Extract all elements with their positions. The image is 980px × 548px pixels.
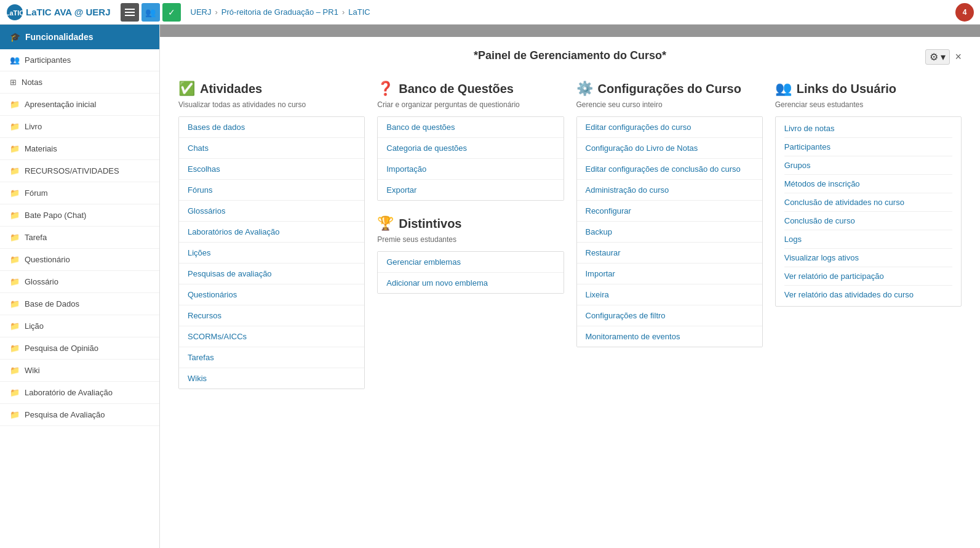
list-item-exportar[interactable]: Exportar (378, 180, 563, 200)
sidebar-label-basedados: Base de Dados (25, 299, 79, 308)
list-item-chats[interactable]: Chats (179, 138, 364, 159)
list-item-recursos[interactable]: Recursos (179, 305, 364, 326)
section-col2: ❓ Banco de Questões Criar e organizar pe… (377, 81, 564, 389)
list-item-config-livro[interactable]: Configuração do Livro de Notas (577, 138, 762, 159)
sidebar-item-questionario[interactable]: 📁 Questionário (0, 249, 159, 271)
topbar-logo[interactable]: LaTIC LaTIC AVA @ UERJ (6, 4, 111, 21)
list-item-escolhas[interactable]: Escolhas (179, 159, 364, 180)
svg-rect-3 (125, 12, 135, 13)
list-item-relatorio-atividades[interactable]: Ver relatório das atividades do curso (784, 286, 952, 304)
section-atividades: ✅ Atividades Visualizar todas as ativida… (178, 81, 365, 389)
list-item-filtro[interactable]: Configurações de filtro (577, 305, 762, 326)
forum-icon: 📁 (10, 188, 20, 198)
sidebar-item-notas[interactable]: ⊞ Notas (0, 71, 159, 94)
batepapo-icon: 📁 (10, 211, 20, 220)
list-item-adicionar-emblema[interactable]: Adicionar um novo emblema (378, 273, 563, 293)
sidebar-item-livro[interactable]: 📁 Livro (0, 116, 159, 138)
tarefa-icon: 📁 (10, 233, 20, 242)
sidebar-item-pesquisaavaliacao[interactable]: 📁 Pesquisa de Avaliação (0, 404, 159, 426)
latic-logo-icon: LaTIC (6, 4, 23, 21)
glossario-icon: 📁 (10, 277, 20, 286)
list-item-logs[interactable]: Logs (784, 230, 952, 249)
list-item-monitoramento[interactable]: Monitoramento de eventos (577, 326, 762, 347)
atividades-subtitle: Visualizar todas as atividades no curso (178, 100, 365, 109)
list-item-pesquisas[interactable]: Pesquisas de avaliação (179, 264, 364, 284)
sidebar-item-participantes[interactable]: 👥 Participantes (0, 49, 159, 71)
sidebar-label-labavaliacao: Laboratório de Avaliação (25, 388, 113, 397)
people-icon[interactable]: 👥 (141, 3, 160, 22)
check-icon[interactable]: ✓ (162, 3, 181, 22)
hamburger-icon[interactable] (121, 3, 139, 22)
sidebar-item-recursos[interactable]: 📁 RECURSOS/ATIVIDADES (0, 160, 159, 182)
topbar: LaTIC LaTIC AVA @ UERJ 👥 ✓ UERJ › Pró-re… (0, 0, 980, 25)
list-item-participantes-link[interactable]: Participantes (784, 138, 952, 156)
modal-close-button[interactable]: × (955, 50, 962, 63)
modal-gear-button[interactable]: ⚙ ▾ (925, 49, 950, 65)
list-item-importacao[interactable]: Importação (378, 159, 563, 180)
pesquisaopiniao-icon: 📁 (10, 344, 20, 353)
pesquisaavaliacao-icon: 📁 (10, 410, 20, 419)
atividades-title: ✅ Atividades (178, 81, 365, 97)
list-item-gerenciar-emblemas[interactable]: Gerenciar emblemas (378, 252, 563, 273)
list-item-categoria-questoes[interactable]: Categoria de questões (378, 138, 563, 159)
list-item-conclusao-curso[interactable]: Conclusão de curso (784, 212, 952, 230)
notification-badge[interactable]: 4 (955, 3, 974, 22)
list-item-licoes[interactable]: Lições (179, 243, 364, 264)
list-item-glossarios[interactable]: Glossários (179, 201, 364, 222)
sidebar-item-basedados[interactable]: 📁 Base de Dados (0, 293, 159, 315)
list-item-relatorio-participacao[interactable]: Ver relatório de participação (784, 267, 952, 286)
sidebar-item-glossario[interactable]: 📁 Glossário (0, 271, 159, 293)
modal-header: *Painel de Gerenciamento do Curso* ⚙ ▾ × (178, 49, 962, 62)
list-item-grupos[interactable]: Grupos (784, 156, 952, 175)
distintivos-icon: 🏆 (377, 216, 394, 232)
section-distintivos: 🏆 Distintivos Premie seus estudantes Ger… (377, 216, 564, 294)
config-title: ⚙️ Configurações do Curso (576, 81, 763, 97)
sidebar-label-pesquisaopiniao: Pesquisa de Opinião (25, 344, 98, 353)
sidebar-label-livro: Livro (25, 122, 42, 131)
list-item-reconfigurar[interactable]: Reconfigurar (577, 201, 762, 222)
sidebar-item-forum[interactable]: 📁 Fórum (0, 182, 159, 204)
sidebar-label-apresentacao: Apresentação inicial (25, 100, 96, 109)
sidebar-item-apresentacao[interactable]: 📁 Apresentação inicial (0, 94, 159, 116)
sidebar-item-batepapo[interactable]: 📁 Bate Papo (Chat) (0, 204, 159, 227)
list-item-tarefas[interactable]: Tarefas (179, 347, 364, 368)
links-title: 👥 Links do Usuário (775, 81, 962, 97)
list-item-conclusao-atividades[interactable]: Conclusão de atividades no curso (784, 193, 952, 212)
atividades-icon: ✅ (178, 81, 195, 97)
list-item-restaurar[interactable]: Restaurar (577, 243, 762, 264)
list-item-livro-notas[interactable]: Livro de notas (784, 119, 952, 138)
section-links: 👥 Links do Usuário Gerenciar seus estuda… (775, 81, 962, 389)
sidebar-item-pesquisaopiniao[interactable]: 📁 Pesquisa de Opinião (0, 337, 159, 360)
list-item-questionarios[interactable]: Questionários (179, 284, 364, 305)
links-list: Livro de notas Participantes Grupos Méto… (775, 116, 962, 307)
list-item-importar[interactable]: Importar (577, 264, 762, 284)
list-item-visualizar-logs[interactable]: Visualizar logs ativos (784, 249, 952, 267)
list-item-laboratorios[interactable]: Laboratórios de Avaliação (179, 222, 364, 243)
sidebar-item-labavaliacao[interactable]: 📁 Laboratório de Avaliação (0, 382, 159, 404)
topbar-right-icons: 4 (955, 3, 974, 22)
config-icon: ⚙️ (576, 81, 593, 97)
list-item-foruns[interactable]: Fóruns (179, 180, 364, 201)
basedados-icon: 📁 (10, 299, 20, 308)
list-item-admin-curso[interactable]: Administração do curso (577, 180, 762, 201)
list-item-editar-config[interactable]: Editar configurações do curso (577, 117, 762, 138)
list-item-wikis[interactable]: Wikis (179, 368, 364, 389)
list-item-backup[interactable]: Backup (577, 222, 762, 243)
sidebar-item-materiais[interactable]: 📁 Materiais (0, 138, 159, 160)
sidebar-label-licao: Lição (25, 321, 44, 331)
licao-icon: 📁 (10, 321, 20, 331)
nav-proreitoria[interactable]: Pró-reitoria de Graduação – PR1 (221, 7, 338, 17)
nav-uerj[interactable]: UERJ (191, 7, 212, 17)
sidebar-item-tarefa[interactable]: 📁 Tarefa (0, 227, 159, 249)
sidebar-item-licao[interactable]: 📁 Lição (0, 315, 159, 337)
sidebar-label-participantes: Participantes (25, 55, 71, 65)
list-item-bases-dados[interactable]: Bases de dados (179, 117, 364, 138)
list-item-scoroms[interactable]: SCORMs/AICCs (179, 326, 364, 347)
list-item-banco-questoes[interactable]: Banco de questões (378, 117, 563, 138)
list-item-editar-conclusao[interactable]: Editar configurações de conclusão do cur… (577, 159, 762, 180)
list-item-inscricao[interactable]: Métodos de inscrição (784, 175, 952, 193)
sidebar-item-wiki[interactable]: 📁 Wiki (0, 360, 159, 382)
list-item-lixeira[interactable]: Lixeira (577, 284, 762, 305)
nav-latic[interactable]: LaTIC (348, 7, 370, 17)
modal-grid: ✅ Atividades Visualizar todas as ativida… (178, 81, 962, 389)
